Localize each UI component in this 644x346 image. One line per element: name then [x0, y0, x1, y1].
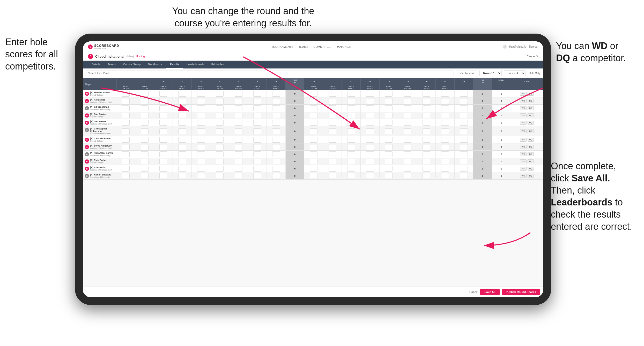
dq-button[interactable]: DQ: [528, 167, 534, 171]
hole-12-input[interactable]: [347, 91, 355, 97]
hole-12-input[interactable]: [347, 137, 355, 143]
hole-2-input[interactable]: [141, 120, 149, 126]
wd-button[interactable]: WD: [520, 121, 527, 125]
footer-cancel-button[interactable]: Cancel: [469, 290, 478, 294]
dq-button[interactable]: DQ: [528, 159, 534, 163]
hole-13-input[interactable]: [366, 128, 374, 134]
hole-18-input[interactable]: [460, 173, 468, 179]
hole-1-input[interactable]: [122, 144, 130, 150]
wd-button[interactable]: WD: [520, 152, 527, 156]
hole-10-input[interactable]: [310, 151, 317, 157]
hole-11-input[interactable]: [329, 166, 336, 172]
dq-button[interactable]: DQ: [528, 113, 534, 117]
dq-button[interactable]: DQ: [528, 92, 534, 96]
hole-4-input[interactable]: [178, 151, 186, 157]
hole-13-input[interactable]: [366, 151, 374, 157]
hole-17-input[interactable]: [441, 120, 449, 126]
hole-10-input[interactable]: [310, 113, 317, 118]
hole-9-input[interactable]: [272, 151, 280, 157]
hole-16-input[interactable]: [423, 159, 430, 164]
hole-2-input[interactable]: [141, 173, 149, 179]
hole-2-input[interactable]: [141, 137, 149, 143]
hole-17-input[interactable]: [441, 173, 449, 179]
hole-8-input[interactable]: [253, 91, 261, 97]
hole-14-input[interactable]: [385, 91, 393, 97]
hole-11-input[interactable]: [329, 144, 336, 150]
hole-9-input[interactable]: [272, 173, 280, 179]
hole-15-input[interactable]: [404, 144, 411, 150]
hole-14-input[interactable]: [385, 105, 393, 111]
hole-14-input[interactable]: [385, 144, 393, 150]
hole-15-input[interactable]: [404, 91, 411, 97]
hole-12-input[interactable]: [347, 120, 355, 126]
hole-2-input[interactable]: [141, 113, 149, 118]
tab-printables[interactable]: Printables: [208, 61, 228, 68]
hole-16-input[interactable]: [423, 120, 430, 126]
hole-1-input[interactable]: [122, 120, 130, 126]
hole-5-input[interactable]: [197, 120, 205, 126]
hole-1-input[interactable]: [122, 137, 130, 143]
hole-3-input[interactable]: [159, 173, 167, 179]
hole-12-input[interactable]: [347, 113, 355, 118]
wd-button[interactable]: WD: [520, 145, 527, 149]
hole-7-input[interactable]: [235, 137, 242, 143]
hole-1-input[interactable]: [122, 151, 130, 157]
hole-7-input[interactable]: [235, 113, 242, 118]
hole-1-input[interactable]: [122, 166, 130, 172]
hole-18-input[interactable]: [460, 105, 468, 111]
hole-12-input[interactable]: [347, 159, 355, 164]
hole-11-input[interactable]: [329, 105, 336, 111]
totals-only-toggle[interactable]: Totals Only: [528, 72, 540, 75]
wd-button[interactable]: WD: [520, 129, 527, 133]
hole-15-input[interactable]: [404, 105, 411, 111]
hole-18-input[interactable]: [460, 166, 468, 172]
hole-5-input[interactable]: [197, 105, 205, 111]
hole-3-input[interactable]: [159, 137, 167, 143]
tab-tee-groups[interactable]: Tee Groups: [144, 61, 166, 68]
nav-committee[interactable]: COMMITTEE: [314, 45, 331, 48]
hole-18-input[interactable]: [460, 113, 468, 118]
hole-1-input[interactable]: [122, 113, 130, 118]
hole-11-input[interactable]: [329, 151, 336, 157]
hole-4-input[interactable]: [178, 91, 186, 97]
hole-9-input[interactable]: [272, 105, 280, 111]
hole-3-input[interactable]: [159, 166, 167, 172]
hole-8-input[interactable]: [253, 144, 261, 150]
hole-14-input[interactable]: [385, 159, 393, 164]
wd-button[interactable]: WD: [520, 99, 527, 103]
hole-14-input[interactable]: [385, 173, 393, 179]
hole-9-input[interactable]: [272, 91, 280, 97]
hole-8-input[interactable]: [253, 151, 261, 157]
publish-scores-button[interactable]: Publish Round Scores: [502, 289, 540, 295]
hole-6-input[interactable]: [216, 105, 224, 111]
hole-3-input[interactable]: [159, 159, 167, 164]
search-input[interactable]: [86, 71, 454, 76]
hole-8-input[interactable]: [253, 159, 261, 164]
hole-15-input[interactable]: [404, 173, 411, 179]
hole-8-input[interactable]: [253, 166, 261, 172]
tab-teams[interactable]: Teams: [104, 61, 120, 68]
hole-7-input[interactable]: [235, 144, 242, 150]
hole-17-input[interactable]: [441, 113, 449, 118]
hole-4-input[interactable]: [178, 113, 186, 118]
hole-5-input[interactable]: [197, 91, 205, 97]
nav-teams[interactable]: TEAMS: [299, 45, 308, 48]
dq-button[interactable]: DQ: [528, 106, 534, 110]
tab-results[interactable]: Results: [166, 61, 183, 68]
tab-leaderboards[interactable]: Leaderboards: [183, 61, 208, 68]
hole-8-input[interactable]: [253, 137, 261, 143]
hole-4-input[interactable]: [178, 166, 186, 172]
hole-11-input[interactable]: [329, 173, 336, 179]
hole-13-input[interactable]: [366, 173, 374, 179]
hole-16-input[interactable]: [423, 91, 430, 97]
hole-18-input[interactable]: [460, 137, 468, 143]
hole-3-input[interactable]: [159, 120, 167, 126]
hole-6-input[interactable]: [216, 137, 224, 143]
nav-tournaments[interactable]: TOURNAMENTS: [271, 45, 293, 48]
hole-6-input[interactable]: [216, 128, 224, 134]
save-all-button[interactable]: Save All: [480, 289, 499, 295]
hole-4-input[interactable]: [178, 105, 186, 111]
hole-1-input[interactable]: [122, 98, 130, 104]
hole-6-input[interactable]: [216, 98, 224, 104]
hole-8-input[interactable]: [253, 105, 261, 111]
